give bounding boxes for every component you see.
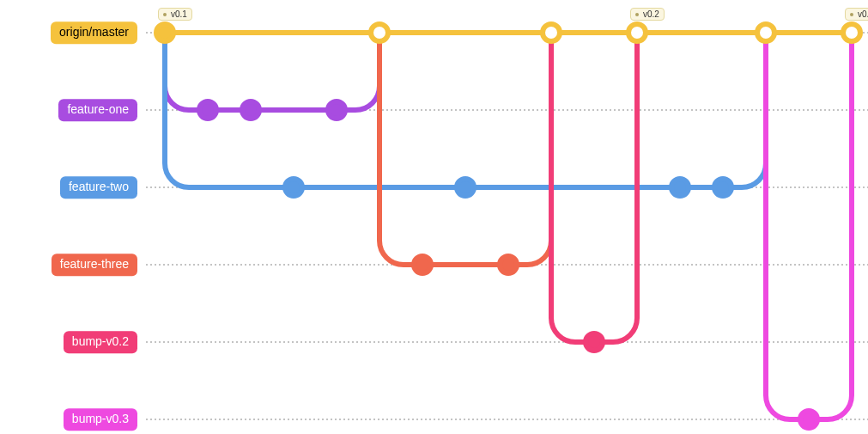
tag-label: v0.3 — [845, 8, 868, 21]
commit-dot — [800, 411, 817, 428]
branch-label-feature-three: feature-three — [52, 254, 137, 276]
commit-dot — [628, 24, 646, 41]
commit-dot — [457, 179, 474, 196]
commit-dot — [757, 24, 774, 41]
git-graph-svg — [0, 0, 868, 434]
commit-dot — [371, 24, 388, 41]
commit-dot — [714, 179, 731, 196]
branch-label-bump-v0.3: bump-v0.3 — [64, 408, 137, 431]
merge-bump-v0.3 — [809, 33, 852, 419]
commit-dot — [328, 101, 345, 119]
tag-label: v0.1 — [158, 8, 192, 21]
branch-label-feature-two: feature-two — [60, 176, 137, 199]
commit-dot — [242, 101, 259, 119]
tag-label: v0.2 — [630, 8, 665, 21]
commit-dot — [843, 24, 860, 41]
commit-dot — [414, 256, 431, 273]
branch-out-feature-one — [165, 33, 208, 110]
branch-out-feature-three — [379, 33, 422, 265]
branch-label-feature-one: feature-one — [58, 99, 137, 121]
branch-label-bump-v0.2: bump-v0.2 — [64, 331, 137, 353]
commit-dot — [586, 333, 603, 351]
git-graph: origin/masterfeature-onefeature-twofeatu… — [0, 0, 868, 434]
branch-label-master: origin/master — [51, 21, 137, 44]
commit-dot — [285, 179, 302, 196]
merge-feature-three — [508, 33, 551, 265]
commit-dot — [156, 24, 173, 41]
commit-dot — [543, 24, 560, 41]
branch-out-bump-v0.3 — [766, 33, 809, 419]
commit-dot — [199, 101, 216, 119]
commit-dot — [500, 256, 517, 273]
merge-feature-one — [337, 33, 379, 110]
commit-dot — [671, 179, 689, 196]
